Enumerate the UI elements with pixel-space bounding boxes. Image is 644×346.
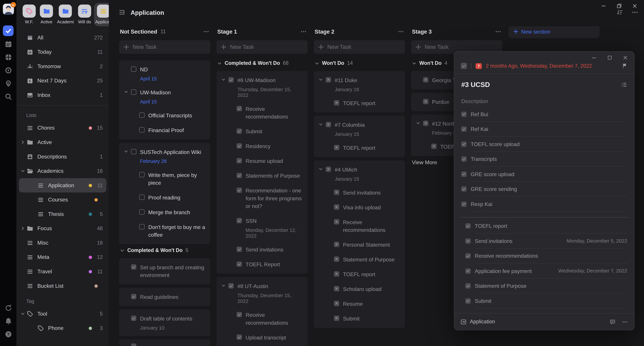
task-card[interactable]: Draft table of contentsJanuary 10 <box>119 310 210 336</box>
task-checkbox[interactable] <box>334 100 339 105</box>
task-card[interactable]: #8 UT-AustinThursday, December 15, 2022R… <box>216 277 308 346</box>
chevron-down-icon[interactable] <box>20 169 25 173</box>
subtask-checkbox[interactable] <box>466 268 471 274</box>
task-checkbox[interactable] <box>236 218 242 223</box>
move-to-list-icon[interactable] <box>460 319 466 325</box>
priority-flag-icon[interactable] <box>622 63 628 69</box>
sidebar-item-next-7-days[interactable]: SNext 7 Days25 <box>19 73 106 88</box>
panel-subtask-gre-score-sending[interactable]: GRE score sending <box>461 182 627 197</box>
task-card[interactable]: Set up branch and creating environment <box>119 258 210 284</box>
panel-subtask-gre-score-upload[interactable]: GRE score upload <box>461 167 627 181</box>
expand-chevron-icon[interactable] <box>222 76 228 82</box>
column-menu-icon[interactable] <box>203 28 210 35</box>
task-card[interactable]: Read guidelines <box>119 288 210 306</box>
window-minimize-button[interactable] <box>596 1 611 11</box>
subtask-checkbox[interactable] <box>461 186 466 192</box>
task-checkbox[interactable] <box>334 204 339 210</box>
rail-notifications-icon[interactable] <box>3 316 14 326</box>
panel-close-icon[interactable] <box>623 55 628 60</box>
sidebar-tag-tool[interactable]: Tool5 <box>19 307 106 321</box>
sidebar-list-meta[interactable]: Meta12 <box>19 250 106 264</box>
rail-calendar-icon[interactable] <box>3 39 14 49</box>
task-checkbox[interactable] <box>423 121 428 126</box>
expand-chevron-icon[interactable] <box>319 121 326 126</box>
comment-icon[interactable] <box>610 319 616 325</box>
task-checkbox[interactable] <box>423 77 428 83</box>
task-checkbox[interactable] <box>334 286 339 292</box>
task-checkbox[interactable] <box>334 242 339 247</box>
expand-chevron-icon[interactable] <box>222 282 228 288</box>
task-card[interactable]: NDApril 15UW-MadisonApril 15Official Tra… <box>119 60 210 139</box>
panel-subtask-ref-kai[interactable]: Ref Kai <box>461 122 627 137</box>
task-card[interactable]: #11 DukeJanuary 16TOEFL report <box>314 71 405 112</box>
sidebar-item-all[interactable]: All272 <box>19 30 106 45</box>
task-checkbox[interactable] <box>131 149 136 154</box>
new-section-button[interactable]: New section <box>508 26 600 38</box>
chevron-down-icon[interactable] <box>20 312 25 316</box>
workspace-tab-w-f[interactable]: W.F. <box>21 3 37 26</box>
expand-chevron-icon[interactable] <box>124 148 131 153</box>
task-checkbox[interactable] <box>236 335 242 340</box>
rail-habit-icon[interactable] <box>3 78 14 89</box>
panel-list-name[interactable]: Application <box>470 319 495 325</box>
sidebar-list-thesis[interactable]: Thesis5 <box>19 207 106 221</box>
task-checkbox[interactable] <box>228 283 234 289</box>
panel-subtask-resp-kai[interactable]: Resp Kai <box>461 197 627 212</box>
task-due-date[interactable]: 2 months Ago, Wednesday, December 7, 202… <box>486 63 618 69</box>
new-task-input[interactable]: New Task <box>119 40 210 54</box>
task-checkbox[interactable] <box>236 158 242 163</box>
task-checkbox[interactable] <box>139 112 145 118</box>
workspace-tab-academi[interactable]: Academi <box>56 3 75 26</box>
task-checkbox[interactable] <box>334 190 339 195</box>
new-task-input[interactable]: New Task <box>216 40 308 54</box>
task-checkbox[interactable] <box>334 271 339 277</box>
task-checkbox[interactable] <box>139 172 145 177</box>
subtask-checkbox[interactable] <box>461 111 466 117</box>
task-checkbox[interactable] <box>236 261 242 267</box>
task-checkbox[interactable] <box>131 66 136 72</box>
sidebar-tag-phone[interactable]: Phone3 <box>19 321 106 336</box>
expand-chevron-icon[interactable] <box>319 76 326 82</box>
task-checkbox[interactable] <box>131 264 136 270</box>
subtask-checkbox[interactable] <box>466 283 471 289</box>
due-date-calendar-icon[interactable]: 7 <box>476 63 482 69</box>
task-title[interactable]: #3 UCSD <box>461 81 621 89</box>
workspace-tab-applicati[interactable]: Applicati <box>94 3 109 26</box>
rail-tasks-icon[interactable] <box>3 25 14 36</box>
task-checkbox[interactable] <box>461 63 467 69</box>
expand-chevron-icon[interactable] <box>124 89 131 94</box>
group-header-completed-won-t-do[interactable]: Completed & Won't Do5 <box>120 248 210 253</box>
collapse-sidebar-icon[interactable] <box>118 9 125 15</box>
chevron-right-icon[interactable] <box>20 226 25 231</box>
task-card[interactable] <box>119 340 210 346</box>
group-header-won-t-do[interactable]: Won't Do14 <box>314 60 404 66</box>
subtask-checkbox[interactable] <box>461 156 466 162</box>
subtask-list-icon[interactable] <box>621 82 627 88</box>
task-checkbox[interactable] <box>334 257 339 262</box>
group-header-completed-won-t-do[interactable]: Completed & Won't Do68 <box>217 60 307 66</box>
task-checkbox[interactable] <box>334 316 339 321</box>
sidebar-list-academics[interactable]: Academics16 <box>19 164 106 178</box>
task-checkbox[interactable] <box>236 188 242 193</box>
task-checkbox[interactable] <box>236 106 242 111</box>
rail-sync-icon[interactable] <box>3 303 14 313</box>
subtask-checkbox[interactable] <box>461 127 466 132</box>
task-checkbox[interactable] <box>334 301 339 306</box>
subtask-checkbox[interactable] <box>466 238 471 244</box>
sidebar-list-chores[interactable]: Chores15 <box>19 121 106 135</box>
sidebar-list-descriptions[interactable]: Descriptions1 <box>19 149 106 164</box>
task-card[interactable]: #6 UW-MadisonThursday, December 15, 2022… <box>216 71 308 274</box>
window-close-button[interactable] <box>627 1 642 11</box>
subtask-checkbox[interactable] <box>461 171 466 177</box>
task-checkbox[interactable] <box>334 145 339 150</box>
panel-subtask-send-invitations[interactable]: Send invitationsMonday, December 5, 2022 <box>466 234 627 249</box>
workspace-tab-will-do[interactable]: Will do <box>77 3 92 26</box>
sidebar-list-application[interactable]: Application11 <box>19 178 106 193</box>
task-checkbox[interactable] <box>139 209 145 215</box>
subtask-checkbox[interactable] <box>461 141 466 147</box>
sidebar-list-bucket-list[interactable]: Bucket List <box>19 279 106 293</box>
rail-search-icon[interactable] <box>3 91 14 102</box>
task-checkbox[interactable] <box>334 219 339 224</box>
window-restore-button[interactable] <box>611 1 627 11</box>
sidebar-list-active[interactable]: Active <box>19 135 106 149</box>
